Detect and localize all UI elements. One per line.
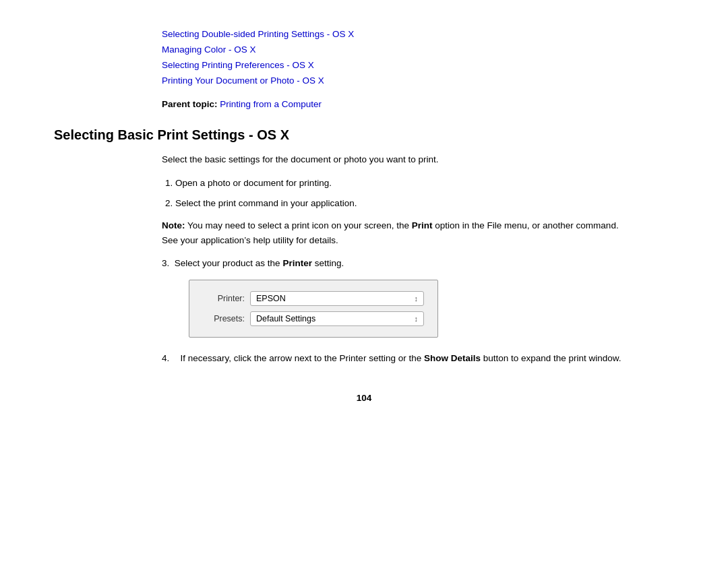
step-3: 3. Select your product as the Printer se… [162, 256, 674, 271]
printer-dialog: Printer: EPSON ↕ Presets: Default Settin… [189, 280, 438, 338]
dialog-presets-value: Default Settings [256, 314, 315, 323]
toc-links: Selecting Double-sided Printing Settings… [162, 27, 674, 89]
parent-topic-link[interactable]: Printing from a Computer [220, 99, 322, 109]
printer-dropdown-arrow: ↕ [415, 294, 419, 303]
toc-link-4[interactable]: Printing Your Document or Photo - OS X [162, 73, 674, 89]
step3-text2: setting. [312, 258, 344, 268]
note-bold: Print [412, 220, 433, 230]
dialog-presets-label: Presets: [203, 314, 250, 323]
steps-list: Open a photo or document for printing. S… [162, 176, 674, 210]
note-label: Note: [162, 220, 185, 230]
step-1: Open a photo or document for printing. [175, 176, 674, 191]
dialog-printer-value: EPSON [256, 294, 286, 303]
dialog-row-printer: Printer: EPSON ↕ [203, 291, 424, 306]
section-heading: Selecting Basic Print Settings - OS X [54, 127, 674, 143]
step3-text: Select your product as the [175, 258, 283, 268]
dialog-presets-select[interactable]: Default Settings ↕ [250, 311, 424, 326]
step4-bold: Show Details [424, 353, 481, 363]
step3-number: 3. [162, 258, 169, 268]
step-2: Select the print command in your applica… [175, 196, 674, 211]
note-text: You may need to select a print icon on y… [185, 220, 412, 230]
parent-topic: Parent topic: Printing from a Computer [162, 97, 674, 113]
step4-text: If necessary, click the arrow next to th… [181, 351, 621, 366]
dialog-printer-select[interactable]: EPSON ↕ [250, 291, 424, 306]
toc-link-1[interactable]: Selecting Double-sided Printing Settings… [162, 27, 674, 42]
toc-link-2[interactable]: Managing Color - OS X [162, 42, 674, 58]
toc-link-3[interactable]: Selecting Printing Preferences - OS X [162, 58, 674, 73]
step4-number: 4. [162, 351, 175, 366]
step3-bold: Printer [282, 258, 312, 268]
dialog-row-presets: Presets: Default Settings ↕ [203, 311, 424, 326]
page-container: Selecting Double-sided Printing Settings… [0, 0, 728, 562]
note-block: Note: You may need to select a print ico… [162, 218, 634, 247]
step-4: 4. If necessary, click the arrow next to… [162, 351, 647, 366]
dialog-printer-label: Printer: [203, 294, 250, 303]
presets-dropdown-arrow: ↕ [415, 315, 419, 323]
intro-text: Select the basic settings for the docume… [162, 152, 674, 167]
parent-topic-label: Parent topic: [162, 99, 218, 109]
page-number: 104 [54, 393, 674, 403]
